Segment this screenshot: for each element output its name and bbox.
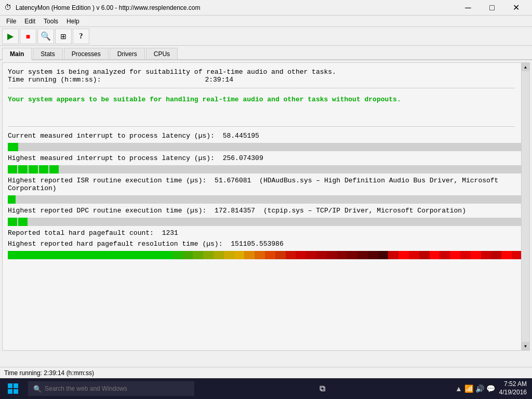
rainbow-seg bbox=[368, 251, 378, 259]
rainbow-seg bbox=[162, 251, 172, 259]
maximize-button[interactable]: □ bbox=[480, 0, 504, 16]
rainbow-seg bbox=[512, 251, 522, 259]
divider1 bbox=[8, 88, 515, 88]
rainbow-seg bbox=[255, 251, 265, 259]
highest-latency-value: 256.074309 bbox=[223, 154, 263, 162]
rainbow-seg bbox=[296, 251, 306, 259]
rainbow-seg bbox=[203, 251, 214, 259]
titlebar: ⏱ LatencyMon (Home Edition ) v 6.00 - ht… bbox=[0, 0, 532, 16]
rainbow-seg bbox=[90, 251, 100, 259]
search-button[interactable]: 🔍 bbox=[37, 29, 54, 44]
tab-processes[interactable]: Processes bbox=[64, 48, 109, 59]
play-button[interactable]: ▶ bbox=[2, 29, 19, 44]
rainbow-seg bbox=[450, 251, 460, 259]
time-running-label: Time running (h:mm:ss): bbox=[8, 76, 101, 84]
rainbow-seg bbox=[100, 251, 111, 259]
rainbow-seg bbox=[460, 251, 471, 259]
rainbow-seg bbox=[481, 251, 491, 259]
titlebar-title: LatencyMon (Home Edition ) v 6.00 - http… bbox=[16, 4, 201, 11]
taskview-button[interactable]: ⧉ bbox=[313, 379, 331, 398]
statusbar: Time running: 2:39:14 (h:mm:ss) bbox=[0, 367, 532, 378]
rainbow-seg bbox=[29, 251, 39, 259]
dpc-value: 172.814357 bbox=[215, 207, 255, 215]
isr-bar bbox=[8, 195, 522, 204]
grid-button[interactable]: ⊞ bbox=[55, 29, 72, 44]
bar-seg-2 bbox=[18, 165, 28, 174]
metrics-section: Current measured interrupt to process la… bbox=[8, 132, 515, 259]
divider2 bbox=[8, 126, 515, 127]
rainbow-seg bbox=[172, 251, 183, 259]
clock-time: 7:52 AM bbox=[499, 380, 527, 389]
time-running-value: 2:39:14 bbox=[205, 76, 233, 84]
rainbow-seg bbox=[49, 251, 59, 259]
rainbow-seg bbox=[70, 251, 80, 259]
rainbow-seg bbox=[18, 251, 29, 259]
pagefault-res-label: Highest reported hard pagefault resoluti… bbox=[8, 240, 222, 248]
rainbow-seg bbox=[347, 251, 357, 259]
titlebar-controls: ─ □ ✕ bbox=[456, 0, 528, 16]
tab-main[interactable]: Main bbox=[2, 48, 32, 60]
scroll-up-arrow[interactable]: ▲ bbox=[522, 63, 530, 71]
current-latency-label: Current measured interrupt to process la… bbox=[8, 132, 215, 140]
menu-file[interactable]: File bbox=[2, 17, 20, 26]
stop-button[interactable]: ■ bbox=[20, 29, 36, 44]
pagefault-row: Reported total hard pagefault count: 123… bbox=[8, 229, 515, 237]
rainbow-seg bbox=[306, 251, 316, 259]
minimize-button[interactable]: ─ bbox=[456, 0, 480, 16]
rainbow-seg bbox=[286, 251, 296, 259]
taskbar-tray: ▲ 📶 🔊 💬 7:52 AM 4/19/2016 bbox=[450, 380, 532, 396]
pagefault-label: Reported total hard pagefault count: bbox=[8, 229, 154, 237]
taskbar-middle: ⧉ bbox=[194, 379, 450, 398]
vertical-scrollbar[interactable]: ▲ ▼ bbox=[521, 63, 529, 350]
rainbow-seg bbox=[59, 251, 70, 259]
system-clock: 7:52 AM 4/19/2016 bbox=[499, 380, 527, 396]
close-button[interactable]: ✕ bbox=[504, 0, 528, 16]
green-message: Your system appears to be suitable for h… bbox=[8, 94, 515, 105]
rainbow-seg bbox=[388, 251, 398, 259]
search-input[interactable] bbox=[45, 385, 159, 392]
svg-rect-3 bbox=[14, 389, 18, 394]
rainbow-seg bbox=[430, 251, 440, 259]
rainbow-seg bbox=[214, 251, 224, 259]
highest-latency-bar bbox=[8, 165, 522, 174]
start-button[interactable] bbox=[0, 378, 26, 399]
pagefault-value: 1231 bbox=[162, 229, 178, 237]
current-latency-value: 58.445195 bbox=[223, 132, 259, 140]
menu-tools[interactable]: Tools bbox=[39, 17, 62, 26]
rainbow-seg bbox=[337, 251, 348, 259]
rainbow-seg bbox=[131, 251, 142, 259]
svg-rect-2 bbox=[8, 389, 12, 394]
rainbow-seg bbox=[244, 251, 255, 259]
menu-edit[interactable]: Edit bbox=[20, 17, 39, 26]
rainbow-seg bbox=[8, 251, 18, 259]
menu-help[interactable]: Help bbox=[62, 17, 84, 26]
highest-latency-row: Highest measured interrupt to process la… bbox=[8, 154, 515, 162]
rainbow-seg bbox=[152, 251, 162, 259]
tab-stats[interactable]: Stats bbox=[33, 48, 62, 59]
rainbow-seg bbox=[111, 251, 121, 259]
rainbow-seg bbox=[419, 251, 430, 259]
rainbow-seg bbox=[234, 251, 245, 259]
menubar: File Edit Tools Help bbox=[0, 16, 532, 27]
tab-drivers[interactable]: Drivers bbox=[110, 48, 145, 59]
search-bar[interactable]: 🔍 bbox=[28, 381, 194, 396]
tray-icons: ▲ 📶 🔊 💬 bbox=[455, 384, 495, 393]
dpc-row: Highest reported DPC routine execution t… bbox=[8, 207, 515, 215]
taskbar: 🔍 ⧉ ▲ 📶 🔊 💬 7:52 AM 4/19/2016 bbox=[0, 378, 532, 399]
status-section: Your system is being analyzed for suitab… bbox=[8, 68, 515, 84]
dpc-seg-1 bbox=[8, 218, 17, 226]
current-latency-row: Current measured interrupt to process la… bbox=[8, 132, 515, 140]
rainbow-seg bbox=[80, 251, 90, 259]
isr-value: 51.676081 bbox=[215, 177, 251, 184]
help-button[interactable]: ? bbox=[73, 29, 89, 44]
isr-label: Highest reported ISR routine execution t… bbox=[8, 177, 206, 184]
rainbow-seg bbox=[316, 251, 327, 259]
app-icon: ⏱ bbox=[4, 4, 11, 12]
rainbow-seg bbox=[265, 251, 275, 259]
tab-cpus[interactable]: CPUs bbox=[146, 48, 178, 59]
scroll-down-arrow[interactable]: ▼ bbox=[522, 342, 530, 350]
rainbow-seg bbox=[378, 251, 389, 259]
bar-seg-5 bbox=[49, 165, 59, 174]
dpc-bar bbox=[8, 218, 522, 226]
bar-seg-1 bbox=[8, 165, 17, 174]
